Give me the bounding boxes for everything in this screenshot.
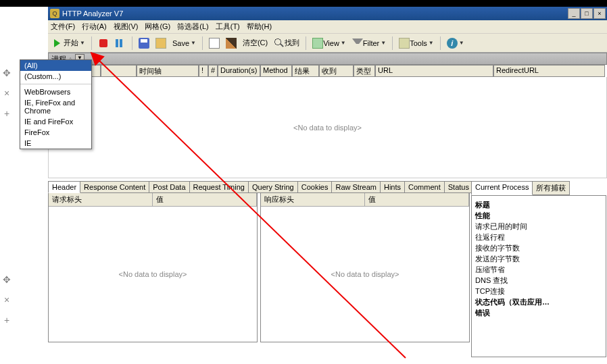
dd-custom[interactable]: (Custom...) xyxy=(20,71,91,82)
plus-icon[interactable]: + xyxy=(4,315,9,326)
maximize-button[interactable]: □ xyxy=(581,8,593,19)
menu-action[interactable]: 行动(A) xyxy=(82,22,107,32)
grid-empty-text: <No data to display> xyxy=(293,124,362,132)
col-type[interactable]: 类型 xyxy=(354,65,375,77)
minimize-button[interactable]: _ xyxy=(568,8,580,19)
request-empty-text: <No data to display> xyxy=(119,270,187,278)
open-button[interactable] xyxy=(153,36,168,50)
col-method[interactable]: Method xyxy=(260,65,292,77)
filter-menu[interactable]: Filter▼ xyxy=(350,35,388,51)
stat-dns: DNS 查找 xyxy=(475,275,602,286)
save-menu[interactable]: Save▼ xyxy=(170,38,198,49)
grid-body: <No data to display> xyxy=(48,77,607,178)
menu-grid[interactable]: 网格(G) xyxy=(145,22,170,32)
req-header-col[interactable]: 请求标头 xyxy=(49,193,153,206)
col-timeline[interactable]: 时间轴 xyxy=(137,65,199,77)
response-panel: 响应标头 值 <No data to display> xyxy=(260,192,470,342)
stat-compression: 压缩节省 xyxy=(475,264,602,275)
col-hash[interactable]: # xyxy=(208,65,218,77)
pause-button[interactable] xyxy=(113,36,128,50)
move-icon[interactable]: ✥ xyxy=(3,68,11,78)
window-title: HTTP Analyzer V7 xyxy=(62,9,123,18)
find-button[interactable]: 找到 xyxy=(272,36,301,50)
dd-separator xyxy=(20,84,91,84)
dd-ff[interactable]: FireFox xyxy=(20,127,91,138)
col-blank[interactable] xyxy=(101,65,137,77)
chevron-down-icon: ▼ xyxy=(381,40,386,46)
dd-all[interactable]: (All) xyxy=(20,60,91,71)
col-redirect[interactable]: RedirectURL xyxy=(493,65,605,77)
brush-icon xyxy=(226,38,237,49)
view-menu[interactable]: View▼ xyxy=(310,36,348,50)
menu-help[interactable]: 帮助(H) xyxy=(247,22,272,32)
col-received[interactable]: 收到 xyxy=(319,65,354,77)
tools-menu[interactable]: Tools▼ xyxy=(397,36,436,50)
doc-button[interactable] xyxy=(207,36,222,50)
res-header-col[interactable]: 响应标头 xyxy=(261,193,365,206)
stat-bytes-sent: 发送的字节数 xyxy=(475,253,602,264)
separator xyxy=(392,36,393,50)
clear-button[interactable]: 清空(C) xyxy=(241,36,270,49)
request-panel: 请求标头 值 <No data to display> xyxy=(48,192,258,342)
dd-webbrowsers[interactable]: WebBrowsers xyxy=(20,86,91,97)
menubar: 文件(F) 行动(A) 视图(V) 网格(G) 筛选器(L) 工具(T) 帮助(… xyxy=(48,20,607,34)
request-panel-header: 请求标头 值 xyxy=(49,193,257,207)
open-icon xyxy=(155,38,166,49)
tab-cookies[interactable]: Cookies xyxy=(297,181,333,193)
tab-query[interactable]: Query String xyxy=(248,181,298,193)
titlebar: Q HTTP Analyzer V7 xyxy=(48,7,607,20)
dd-ie-ff[interactable]: IE and FireFox xyxy=(20,116,91,127)
tab-all-capture[interactable]: 所有捕获 xyxy=(532,181,570,195)
dd-ie-ff-chrome[interactable]: IE, FireFox and Chrome xyxy=(20,97,91,116)
right-panel: Current Process 所有捕获 标题 性能 请求已用的时间 往返行程 … xyxy=(471,181,606,357)
req-value-col[interactable]: 值 xyxy=(153,193,257,206)
tab-post[interactable]: Post Data xyxy=(149,181,189,193)
close-button[interactable]: × xyxy=(593,8,606,19)
response-panel-header: 响应标头 值 xyxy=(261,193,469,207)
col-result[interactable]: 结果 xyxy=(292,65,319,77)
dd-ie[interactable]: IE xyxy=(20,138,91,149)
tab-comment[interactable]: Comment xyxy=(404,181,445,193)
col-duration[interactable]: Duration(s) xyxy=(218,65,260,77)
separator xyxy=(306,36,306,50)
chevron-down-icon: ▼ xyxy=(429,40,434,46)
info-button[interactable]: i▼ xyxy=(445,36,466,50)
brush-button[interactable] xyxy=(224,36,239,50)
menu-view[interactable]: 视图(V) xyxy=(114,22,139,32)
process-dropdown-menu: (All) (Custom...) WebBrowsers IE, FireFo… xyxy=(20,59,92,149)
app-icon: Q xyxy=(50,9,59,18)
separator xyxy=(91,36,92,50)
doc-icon xyxy=(209,38,220,49)
tab-hints[interactable]: Hints xyxy=(380,181,405,193)
process-bar: 进程 △ ▼ xyxy=(48,53,607,65)
move-icon[interactable]: ✥ xyxy=(3,274,11,285)
stat-status-code: 状态代码（双击应用… xyxy=(475,296,602,307)
tab-header[interactable]: Header xyxy=(48,181,80,193)
separator xyxy=(440,36,441,50)
tab-raw[interactable]: Raw Stream xyxy=(331,181,381,193)
close-icon[interactable]: × xyxy=(4,294,9,305)
play-icon xyxy=(53,38,64,49)
chevron-down-icon: ▼ xyxy=(191,40,196,46)
start-button[interactable]: 开始▼ xyxy=(51,36,87,50)
separator xyxy=(202,36,203,50)
toolbar: 开始▼ Save▼ 清空(C) 找到 View▼ Filter▼ Tools▼ … xyxy=(48,34,607,53)
menu-filter[interactable]: 筛选器(L) xyxy=(177,22,208,32)
menu-file[interactable]: 文件(F) xyxy=(51,22,75,32)
plus-icon[interactable]: + xyxy=(4,108,9,119)
stop-button[interactable] xyxy=(96,36,111,50)
tab-current-process[interactable]: Current Process xyxy=(471,181,533,195)
col-ex[interactable]: ! xyxy=(199,65,208,77)
save-button[interactable] xyxy=(137,36,151,50)
save-icon xyxy=(139,38,149,49)
chevron-down-icon: ▼ xyxy=(459,40,464,46)
stat-tcp: TCP连接 xyxy=(475,286,602,296)
tab-request-timing[interactable]: Request Timing xyxy=(189,181,249,193)
tab-response[interactable]: Response Content xyxy=(80,181,149,193)
menu-tools[interactable]: 工具(T) xyxy=(216,22,240,32)
col-url[interactable]: URL xyxy=(375,65,493,77)
res-value-col[interactable]: 值 xyxy=(365,193,469,206)
stat-bytes-recv: 接收的字节数 xyxy=(475,242,602,253)
pause-icon xyxy=(115,38,126,49)
close-icon[interactable]: × xyxy=(4,88,9,99)
